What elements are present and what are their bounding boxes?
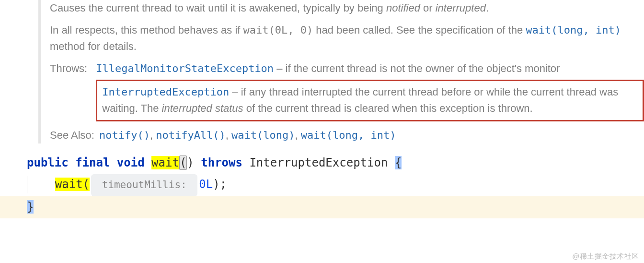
javadoc-quote: Causes the current thread to wait until … (38, 0, 644, 143)
exception-link[interactable]: IllegalMonitorStateException (96, 62, 274, 74)
javadoc-summary: Causes the current thread to wait until … (50, 0, 644, 16)
selection: { (395, 156, 402, 169)
javadoc-link[interactable]: wait(long, int) (526, 24, 621, 36)
text: ); (213, 178, 227, 191)
keyword-final: final (75, 156, 110, 169)
exception-name: InterruptedException (249, 156, 388, 169)
inline-code: wait(0L, 0) (243, 24, 313, 36)
seealso-link[interactable]: notify() (99, 129, 150, 141)
sep: , (150, 129, 156, 141)
seealso-link[interactable]: wait(long) (231, 129, 295, 141)
text: – (274, 62, 285, 74)
text: Causes the current thread to wait until … (50, 2, 386, 14)
watermark: @稀土掘金技术社区 (572, 252, 639, 261)
text: . (486, 2, 489, 14)
text: or (420, 2, 436, 14)
search-highlight: wait (151, 156, 179, 169)
text: – (229, 86, 241, 98)
throws-item-highlighted: InterruptedException – if any thread int… (96, 80, 644, 121)
italic-text: interrupted (436, 2, 486, 14)
number-literal: 0L (199, 178, 213, 191)
code-line[interactable]: wait( timeoutMillis: 0L); (0, 174, 644, 196)
text: method for details. (50, 40, 137, 52)
paren-match: ( (179, 155, 187, 170)
keyword-throws: throws (201, 156, 242, 169)
search-highlight: wait( (55, 178, 90, 191)
throws-label: Throws: (50, 60, 87, 77)
exception-link[interactable]: InterruptedException (102, 86, 229, 98)
seealso-link[interactable]: notifyAll() (156, 129, 226, 141)
sep: , (226, 129, 231, 141)
seealso-link[interactable]: wait(long, int) (301, 129, 396, 141)
seealso-body: notify(), notifyAll(), wait(long), wait(… (99, 127, 396, 143)
javadoc-detail: In all respects, this method behaves as … (50, 22, 644, 55)
italic-text: notified (386, 2, 420, 14)
javadoc-panel: Causes the current thread to wait until … (0, 0, 644, 143)
throws-section: Throws: IllegalMonitorStateException – i… (50, 60, 644, 124)
keyword-public: public (27, 156, 69, 169)
text: if the current thread is not the owner o… (286, 62, 560, 74)
selection: } (27, 200, 34, 214)
text: had been called. See the specification o… (313, 24, 526, 36)
code-editor[interactable]: public final void wait() throws Interrup… (0, 152, 644, 218)
throws-item: IllegalMonitorStateException – if the cu… (96, 60, 644, 77)
text: of the current thread is cleared when th… (243, 102, 533, 114)
throws-body: IllegalMonitorStateException – if the cu… (96, 60, 644, 124)
code-line[interactable]: public final void wait() throws Interrup… (0, 152, 644, 174)
seealso-label: See Also: (50, 127, 94, 143)
inlay-hint: timeoutMillis: (91, 174, 197, 196)
indent-guide (27, 176, 27, 193)
code-line[interactable]: } (0, 196, 644, 218)
seealso-section: See Also: notify(), notifyAll(), wait(lo… (50, 127, 644, 143)
italic-text: interrupted status (162, 102, 243, 114)
keyword-void: void (117, 156, 145, 169)
text: In all respects, this method behaves as … (50, 24, 243, 36)
paren: ) (187, 156, 194, 169)
sep: , (295, 129, 301, 141)
